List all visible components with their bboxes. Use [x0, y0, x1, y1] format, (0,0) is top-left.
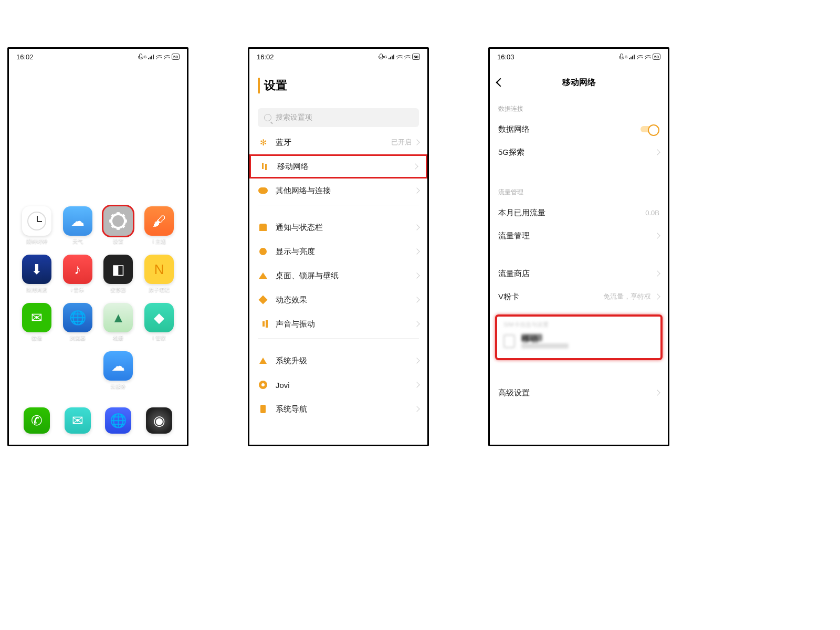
app-theme[interactable]: 🖌i 主题 [139, 206, 180, 245]
notes-icon: N [144, 255, 174, 284]
search-input[interactable]: 搜索设置项 [258, 108, 419, 127]
row-hint: 免流量，享特权 [603, 292, 651, 301]
display-icon [258, 246, 268, 257]
jovi-icon [258, 380, 268, 390]
row-data-network[interactable]: 数据网络 [490, 118, 668, 141]
settings-row-system-update[interactable]: 系统升级 [258, 349, 419, 373]
row-sim-card[interactable]: 移动 [500, 332, 657, 351]
dock: ✆✉🌐◉ [16, 403, 180, 438]
app-weather[interactable]: ☁天气 [57, 206, 98, 245]
app-wechat[interactable]: ✉微信 [16, 303, 57, 342]
settings-row-display[interactable]: 显示与亮度 [258, 239, 419, 264]
row-right: 已开启 [391, 138, 419, 147]
row-right [415, 298, 419, 302]
row-label: 其他网络与连接 [276, 186, 331, 196]
app-appstore[interactable]: ⬇应用商店 [16, 255, 57, 293]
app-clock[interactable]: 闹钟时钟 [16, 206, 57, 245]
mobile-network-icon [259, 161, 270, 172]
settings-row-other-network[interactable]: 其他网络与连接 [258, 178, 419, 203]
chevron-right-icon [412, 163, 418, 169]
settings-row-jovi[interactable]: Jovi [258, 373, 419, 397]
row-label: 桌面、锁屏与壁纸 [276, 271, 339, 281]
row-traffic-store[interactable]: 流量商店 [490, 262, 668, 285]
chevron-right-icon [414, 187, 419, 193]
navigation-icon [258, 404, 268, 414]
chevron-right-icon [414, 358, 419, 363]
wifi-icon-2 [404, 54, 411, 59]
row-traffic-mgmt[interactable]: 流量管理 [490, 224, 668, 247]
page-title: 移动网络 [562, 77, 596, 88]
dock-phone[interactable]: ✆ [24, 407, 50, 434]
app-label: 天气 [72, 238, 83, 245]
highlighted-sim-section[interactable]: SIM卡信息与设置 移动 [495, 314, 663, 360]
status-icons: G 50 [379, 54, 420, 60]
app-gallery[interactable]: ▲相册 [98, 303, 139, 342]
app-browser[interactable]: 🌐浏览器 [57, 303, 98, 342]
row-label: 系统导航 [276, 404, 307, 414]
page-indicator[interactable] [9, 392, 187, 395]
app-label: i 管家 [153, 334, 166, 342]
settings-row-notification[interactable]: 通知与状态栏 [258, 215, 419, 239]
row-vcard[interactable]: V粉卡 免流量，享特权 [490, 285, 668, 308]
weather-icon: ☁ [63, 206, 92, 236]
row-right [415, 383, 419, 387]
section-label-sim: SIM卡信息与设置 [503, 321, 654, 329]
row-5g[interactable]: 5G探索 [490, 141, 668, 164]
signal-icon [629, 54, 635, 59]
network-g-icon: G [384, 55, 387, 59]
search-icon [264, 114, 271, 121]
guard-icon: ◆ [144, 303, 174, 332]
signal-icon [388, 54, 395, 59]
wifi-icon [156, 54, 162, 59]
app-transform[interactable]: ◧变形器 [98, 255, 139, 293]
app-label: 原子笔记 [149, 286, 170, 293]
back-button[interactable] [496, 78, 505, 87]
system-update-icon [258, 355, 268, 366]
row-label: 显示与亮度 [276, 247, 315, 257]
app-label: 浏览器 [70, 334, 86, 342]
wifi-icon-2 [164, 54, 170, 59]
row-month-used[interactable]: 本月已用流量 0.0B [490, 201, 668, 224]
settings-row-sound[interactable]: 声音与振动 [258, 312, 419, 336]
phone-settings-screen: 16:02 G 50 设置 搜索设置项 ✻蓝牙已开启移动网络其他网络与连接通知与… [248, 47, 429, 446]
app-music[interactable]: ♪i 音乐 [57, 255, 98, 293]
row-advanced[interactable]: 高级设置 [490, 381, 668, 404]
dock-camera[interactable]: ◉ [146, 407, 172, 434]
status-icons: G 50 [138, 54, 180, 60]
row-label: 高级设置 [498, 388, 530, 398]
sim-icon [503, 334, 515, 348]
chevron-right-icon [414, 248, 419, 254]
other-network-icon [258, 185, 268, 196]
row-right [413, 164, 417, 169]
chevron-right-icon [654, 293, 660, 299]
settings-row-home-lock[interactable]: 桌面、锁屏与壁纸 [258, 264, 419, 288]
row-right [415, 225, 419, 229]
appstore-icon: ⬇ [22, 255, 51, 284]
chevron-right-icon [414, 321, 419, 327]
app-guard[interactable]: ◆i 管家 [139, 303, 180, 342]
status-bar: 16:02 G 50 [9, 49, 187, 65]
battery-icon: 50 [172, 54, 180, 60]
phone-home-screen: 16:02 G 50 闹钟时钟☁天气设置🖌i 主题⬇应用商店♪i 音乐◧变形器N… [7, 47, 188, 446]
sim-name: 移动 [521, 334, 542, 341]
chevron-right-icon [654, 270, 660, 276]
settings-row-bluetooth[interactable]: ✻蓝牙已开启 [258, 130, 419, 154]
app-label: 设置 [113, 238, 123, 245]
toggle-on-icon[interactable] [640, 124, 659, 134]
wifi-icon [637, 54, 643, 59]
status-time: 16:02 [257, 53, 274, 61]
row-right [415, 274, 419, 278]
app-notes[interactable]: N原子笔记 [139, 255, 180, 293]
row-label: 通知与状态栏 [276, 223, 323, 233]
status-bar: 16:02 G 50 [249, 49, 427, 65]
settings-row-navigation[interactable]: 系统导航 [258, 397, 419, 421]
network-g-icon: G [144, 55, 146, 59]
settings-row-mobile-network[interactable]: 移动网络 [249, 154, 427, 178]
app-cloud[interactable]: ☁云服务 [98, 351, 139, 390]
dock-sms[interactable]: ✉ [65, 407, 91, 434]
page-header: 移动网络 [490, 70, 668, 95]
settings-row-dynamic[interactable]: 动态效果 [258, 288, 419, 312]
app-settings[interactable]: 设置 [98, 206, 139, 245]
dock-globe[interactable]: 🌐 [105, 407, 131, 434]
settings-icon [103, 206, 133, 236]
